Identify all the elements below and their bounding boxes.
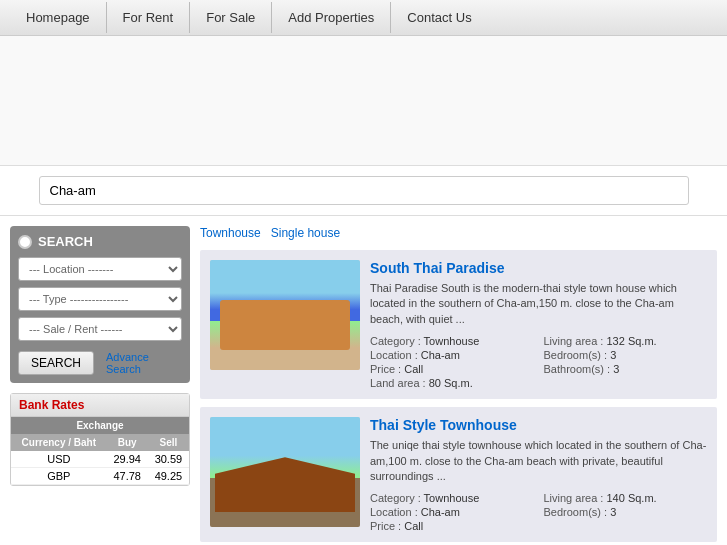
bank-buy: 29.94	[107, 451, 148, 468]
bank-rate-row: USD 29.94 30.59	[11, 451, 189, 468]
advance-search-link[interactable]: Advance Search	[106, 351, 182, 375]
property-title[interactable]: South Thai Paradise	[370, 260, 707, 276]
content-area: Townhouse Single house South Thai Paradi…	[200, 226, 717, 545]
property-list: South Thai Paradise Thai Paradise South …	[200, 250, 717, 542]
property-bedrooms: Bedroom(s) : 3	[544, 506, 708, 518]
bank-rates-header: Bank Rates	[11, 394, 189, 417]
search-panel: SEARCH --- Location ------- --- Type ---…	[10, 226, 190, 383]
filter-townhouse[interactable]: Townhouse	[200, 226, 261, 240]
property-price: Price : Call	[370, 520, 534, 532]
property-image-visual	[210, 417, 360, 527]
property-location: Location : Cha-am	[370, 349, 534, 361]
nav-homepage[interactable]: Homepage	[10, 2, 107, 33]
bank-currency: USD	[11, 451, 107, 468]
property-title[interactable]: Thai Style Townhouse	[370, 417, 707, 433]
nav-contact-us[interactable]: Contact Us	[391, 2, 487, 33]
bank-rate-row: GBP 47.78 49.25	[11, 468, 189, 485]
main-layout: SEARCH --- Location ------- --- Type ---…	[0, 216, 727, 545]
property-bedrooms: Bedroom(s) : 3	[544, 349, 708, 361]
property-card: South Thai Paradise Thai Paradise South …	[200, 250, 717, 399]
filter-tabs: Townhouse Single house	[200, 226, 717, 240]
bank-rates-title: Bank	[19, 398, 48, 412]
property-location: Location : Cha-am	[370, 506, 534, 518]
bank-currency: GBP	[11, 468, 107, 485]
bank-rates-table: Exchange Currency / Baht Buy Sell USD 29…	[11, 417, 189, 485]
type-select[interactable]: --- Type ----------------	[18, 287, 182, 311]
search-bar-container	[0, 166, 727, 216]
sidebar: SEARCH --- Location ------- --- Type ---…	[10, 226, 190, 545]
bank-exchange-col: Exchange	[11, 417, 189, 434]
bank-sell-header: Sell	[148, 434, 189, 451]
property-image	[210, 417, 360, 527]
search-panel-header: SEARCH	[18, 234, 182, 249]
location-select[interactable]: --- Location -------	[18, 257, 182, 281]
search-radio-icon[interactable]	[18, 235, 32, 249]
bank-sell: 30.59	[148, 451, 189, 468]
property-details: Category : Townhouse Living area : 132 S…	[370, 335, 707, 389]
property-description: The uniqe thai style townhouse which loc…	[370, 438, 707, 484]
property-bathrooms: Bathroom(s) : 3	[544, 363, 708, 375]
property-living-area: Living area : 132 Sq.m.	[544, 335, 708, 347]
property-image-visual	[210, 260, 360, 370]
property-info: South Thai Paradise Thai Paradise South …	[370, 260, 707, 389]
sale-rent-select[interactable]: --- Sale / Rent ------	[18, 317, 182, 341]
search-panel-title: SEARCH	[38, 234, 93, 249]
property-category: Category : Townhouse	[370, 492, 534, 504]
property-category: Category : Townhouse	[370, 335, 534, 347]
bank-sell: 49.25	[148, 468, 189, 485]
bank-rates-title-accent: Rates	[52, 398, 85, 412]
property-living-area: Living area : 140 Sq.m.	[544, 492, 708, 504]
search-button[interactable]: SEARCH	[18, 351, 94, 375]
bank-buy: 47.78	[107, 468, 148, 485]
nav-for-sale[interactable]: For Sale	[190, 2, 272, 33]
navigation: Homepage For Rent For Sale Add Propertie…	[0, 0, 727, 36]
main-search-input[interactable]	[39, 176, 689, 205]
bank-currency-header: Currency / Baht	[11, 434, 107, 451]
property-land-area: Land area : 80 Sq.m.	[370, 377, 534, 389]
property-price: Price : Call	[370, 363, 534, 375]
bank-rates-widget: Bank Rates Exchange Currency / Baht Buy …	[10, 393, 190, 486]
property-card: Thai Style Townhouse The uniqe thai styl…	[200, 407, 717, 542]
nav-for-rent[interactable]: For Rent	[107, 2, 191, 33]
property-details: Category : Townhouse Living area : 140 S…	[370, 492, 707, 532]
property-image	[210, 260, 360, 370]
property-description: Thai Paradise South is the modern-thai s…	[370, 281, 707, 327]
bank-buy-header: Buy	[107, 434, 148, 451]
property-info: Thai Style Townhouse The uniqe thai styl…	[370, 417, 707, 532]
nav-add-properties[interactable]: Add Properties	[272, 2, 391, 33]
banner-area	[0, 36, 727, 166]
filter-single-house[interactable]: Single house	[271, 226, 340, 240]
